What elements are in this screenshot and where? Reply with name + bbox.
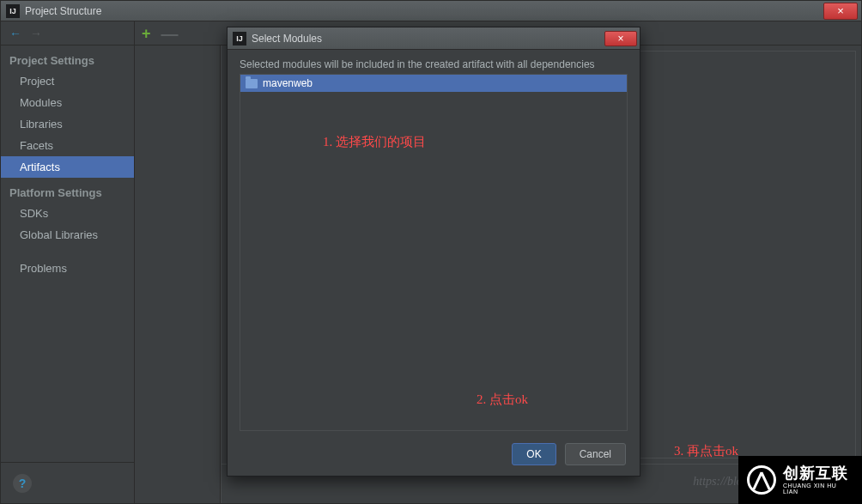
platform-settings-header: Platform Settings	[1, 178, 134, 203]
sidebar-item-artifacts[interactable]: Artifacts	[1, 156, 134, 178]
forward-icon[interactable]: →	[30, 27, 42, 40]
folder-icon	[246, 79, 258, 88]
dialog-cancel-button[interactable]: Cancel	[565, 443, 626, 465]
dialog-title: Select Modules	[252, 33, 322, 45]
help-row: ?	[1, 462, 134, 503]
dialog-titlebar: IJ Select Modules ×	[228, 27, 640, 50]
nav-row: ← →	[1, 21, 134, 46]
add-icon[interactable]: +	[142, 26, 151, 41]
dialog-close-button[interactable]: ×	[604, 31, 637, 46]
dialog-description: Selected modules will be included in the…	[240, 58, 628, 70]
brand-text: 创新互联 CHUANG XIN HU LIAN	[783, 465, 853, 495]
sidebar-item-facets[interactable]: Facets	[1, 135, 134, 156]
dialog-app-icon: IJ	[233, 32, 246, 46]
main-titlebar: IJ Project Structure ×	[1, 1, 861, 21]
project-settings-header: Project Settings	[1, 46, 134, 70]
app-icon: IJ	[6, 4, 20, 18]
dialog-button-bar: OK Cancel	[228, 433, 640, 476]
remove-icon[interactable]: —	[161, 25, 179, 42]
main-close-button[interactable]: ×	[823, 3, 858, 20]
module-list[interactable]: mavenweb	[240, 74, 628, 431]
select-modules-dialog: IJ Select Modules × Selected modules wil…	[227, 27, 640, 477]
sidebar-item-libraries[interactable]: Libraries	[1, 113, 134, 135]
sidebar: ← → Project Settings Project Modules Lib…	[1, 21, 135, 503]
sidebar-item-globallibs[interactable]: Global Libraries	[1, 224, 134, 246]
sidebar-item-problems[interactable]: Problems	[1, 258, 134, 279]
brand-cn: 创新互联	[783, 465, 853, 481]
module-name: mavenweb	[263, 77, 313, 89]
dialog-body: Selected modules will be included in the…	[228, 50, 640, 433]
sidebar-item-sdks[interactable]: SDKs	[1, 203, 134, 224]
help-icon[interactable]: ?	[13, 474, 32, 493]
back-icon[interactable]: ←	[9, 27, 21, 40]
sidebar-item-project[interactable]: Project	[1, 70, 134, 92]
module-row-mavenweb[interactable]: mavenweb	[240, 75, 627, 92]
dialog-ok-button[interactable]: OK	[512, 443, 555, 465]
sidebar-item-modules[interactable]: Modules	[1, 92, 134, 113]
brand-logo-icon	[747, 465, 776, 495]
artifact-list	[135, 46, 221, 503]
brand-en: CHUANG XIN HU LIAN	[783, 483, 853, 495]
main-title: Project Structure	[25, 5, 101, 17]
brand-badge: 创新互联 CHUANG XIN HU LIAN	[738, 456, 862, 504]
